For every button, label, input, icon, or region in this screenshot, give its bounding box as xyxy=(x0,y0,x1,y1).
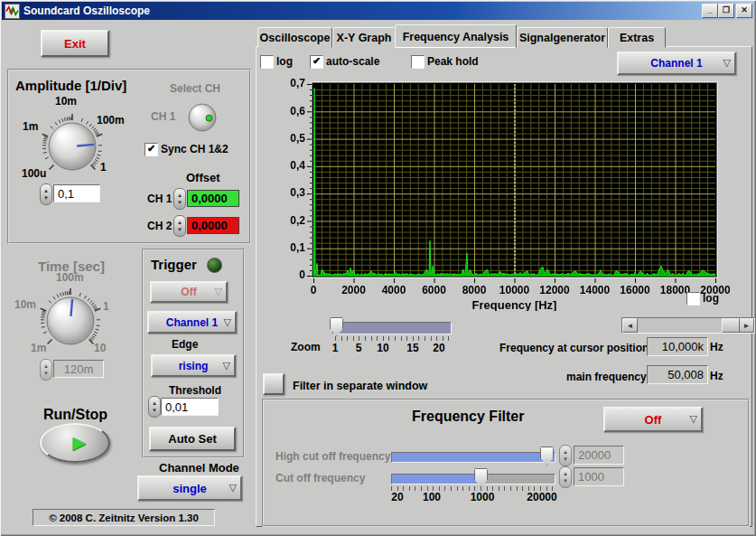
tab-extras[interactable]: Extras xyxy=(608,27,666,48)
offset-ch2-spinner[interactable]: ▲ ▼ xyxy=(173,215,186,237)
check-icon: ✔ xyxy=(311,55,322,66)
auto-scale-checkbox-label: auto-scale xyxy=(326,55,379,68)
trigger-title: Trigger xyxy=(151,257,197,272)
spectrum-canvas[interactable] xyxy=(269,78,730,311)
trigger-channel-value: Channel 1 xyxy=(166,316,218,329)
sync-checkbox-label: Sync CH 1&2 xyxy=(161,143,229,155)
dropdown-arrow-icon: ▽ xyxy=(229,483,237,493)
high-cut-spinner[interactable]: ▲ ▼ xyxy=(559,445,572,466)
threshold-field[interactable]: 0,01 xyxy=(161,398,219,416)
filter-mode-dropdown[interactable]: Off ▽ xyxy=(603,407,703,432)
tab-frequency-analysis[interactable]: Frequency Analysis xyxy=(395,24,517,48)
select-ch-label: Select CH xyxy=(170,82,220,95)
peak-hold-checkbox-label: Peak hold xyxy=(427,55,479,68)
zoom-tick-5: 5 xyxy=(356,342,362,354)
channel-select-value: Channel 1 xyxy=(650,57,702,70)
zoom-label: Zoom xyxy=(291,341,321,353)
filter-scale-20000: 20000 xyxy=(527,491,556,503)
cut-off-spinner[interactable]: ▲ ▼ xyxy=(559,466,572,488)
frequency-filter-title: Frequency Filter xyxy=(412,409,524,425)
ch1-label: CH 1 xyxy=(151,110,175,123)
tab-xy-graph[interactable]: X-Y Graph xyxy=(332,27,396,48)
cut-off-slider-track[interactable] xyxy=(391,474,555,484)
trigger-channel-dropdown[interactable]: Channel 1 ▽ xyxy=(147,311,237,334)
spin-down-icon[interactable]: ▼ xyxy=(43,194,49,202)
filter-scale-100: 100 xyxy=(423,491,441,503)
close-button[interactable]: ✕ xyxy=(736,4,752,18)
exit-button[interactable]: Exit xyxy=(41,30,109,57)
window-title: Soundcard Oszilloscope xyxy=(23,5,150,17)
spin-down-icon[interactable]: ▼ xyxy=(177,226,182,233)
auto-set-button[interactable]: Auto Set xyxy=(149,427,236,451)
spin-down-icon[interactable]: ▼ xyxy=(563,456,568,463)
zoom-slider-track[interactable] xyxy=(332,322,452,334)
cut-off-field[interactable]: 1000 xyxy=(574,467,624,486)
run-stop-button[interactable]: ▶ xyxy=(40,423,110,463)
offset-title: Offset xyxy=(186,171,220,184)
graph-log-checkbox-label: log xyxy=(703,292,719,305)
channel-mode-dropdown[interactable]: single ▽ xyxy=(137,475,242,501)
cursor-frequency-label: Frequency at cursor position xyxy=(499,342,649,354)
filter-scale-20: 20 xyxy=(391,491,403,503)
titlebar[interactable]: Soundcard Oszilloscope xyxy=(2,2,754,20)
edge-value: rising xyxy=(179,360,209,372)
select-ch-knob[interactable] xyxy=(184,99,220,136)
channel-mode-value: single xyxy=(173,482,207,495)
spin-up-icon[interactable]: ▲ xyxy=(152,400,157,407)
filter-window-checkbox-label: Filter in separate window xyxy=(293,380,427,392)
copyright-bar: © 2008 C. Zeitnitz Version 1.30 xyxy=(33,509,215,526)
scroll-left-button[interactable]: ◄ xyxy=(622,318,638,333)
spin-down-icon[interactable]: ▼ xyxy=(177,199,182,206)
spin-down-icon[interactable]: ▼ xyxy=(563,477,568,484)
scroll-right-button[interactable]: ► xyxy=(739,318,754,333)
edge-dropdown[interactable]: rising ▽ xyxy=(151,354,236,377)
sync-checkbox[interactable]: ✔ xyxy=(145,143,158,156)
offset-ch2-label: CH 2 xyxy=(147,220,172,232)
app-icon xyxy=(5,4,20,19)
threshold-spinner[interactable]: ▲ ▼ xyxy=(148,396,161,418)
maximize-button[interactable]: ❐ xyxy=(718,4,734,18)
edge-label: Edge xyxy=(172,338,198,351)
spin-up-icon[interactable]: ▲ xyxy=(563,448,568,456)
channel-select-dropdown[interactable]: Channel 1 ▽ xyxy=(617,52,736,75)
dropdown-arrow-icon: ▽ xyxy=(215,287,222,296)
run-stop-label: Run/Stop xyxy=(43,407,107,423)
high-cut-slider-track[interactable] xyxy=(391,452,555,463)
threshold-label: Threshold xyxy=(169,384,221,397)
main-frequency-label: main frequency xyxy=(566,371,647,383)
spin-down-icon[interactable]: ▼ xyxy=(43,370,49,377)
spin-down-icon[interactable]: ▼ xyxy=(152,407,157,414)
dropdown-arrow-icon: ▽ xyxy=(723,58,731,68)
amplitude-knob[interactable] xyxy=(29,103,116,190)
check-icon: ✔ xyxy=(145,143,157,154)
log-checkbox[interactable]: ✔ xyxy=(260,55,274,69)
auto-scale-checkbox[interactable]: ✔ xyxy=(310,55,323,69)
trigger-mode-dropdown[interactable]: Off ▽ xyxy=(150,281,228,303)
trigger-led xyxy=(207,258,222,273)
high-cut-label: High cut off frequency xyxy=(275,450,390,463)
tab-oscilloscope[interactable]: Oscilloscope xyxy=(257,27,332,48)
minimize-button[interactable]: _ xyxy=(702,4,718,18)
spin-up-icon[interactable]: ▲ xyxy=(563,470,568,477)
time-knob[interactable] xyxy=(27,277,114,364)
cut-off-slider-fill xyxy=(392,475,481,484)
spin-up-icon[interactable]: ▲ xyxy=(177,219,182,226)
tab-signalgenerator[interactable]: Signalgenerator xyxy=(517,27,608,48)
zoom-tick-1: 1 xyxy=(332,342,339,354)
zoom-tick-10: 10 xyxy=(377,342,388,354)
dropdown-arrow-icon: ▽ xyxy=(224,317,231,327)
cut-off-label: Cut off frequency xyxy=(275,472,365,484)
log-checkbox-label: log xyxy=(276,55,293,68)
high-cut-field[interactable]: 20000 xyxy=(574,446,624,465)
peak-hold-checkbox[interactable]: ✔ xyxy=(411,55,425,69)
cursor-frequency-field[interactable]: 10,000k xyxy=(647,337,708,356)
offset-ch1-spinner[interactable]: ▲ ▼ xyxy=(173,188,186,210)
zoom-slider-ticks xyxy=(335,336,449,341)
offset-ch2-field[interactable]: 0,0000 xyxy=(187,217,239,234)
offset-ch1-field[interactable]: 0,0000 xyxy=(187,190,239,207)
scrollbar-thumb[interactable] xyxy=(722,318,740,333)
spin-up-icon[interactable]: ▲ xyxy=(177,192,182,199)
filter-window-checkbox[interactable]: ✔ xyxy=(263,373,285,395)
high-cut-slider-fill xyxy=(392,453,555,462)
graph-log-checkbox[interactable]: ✔ xyxy=(686,292,700,306)
